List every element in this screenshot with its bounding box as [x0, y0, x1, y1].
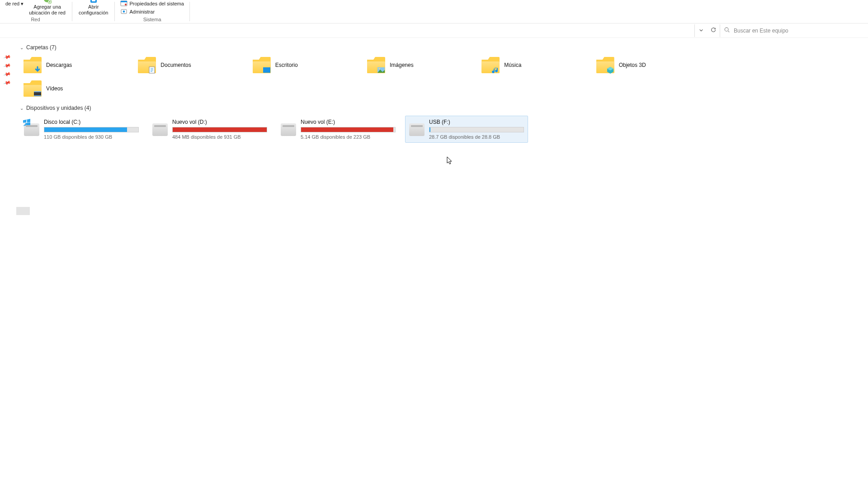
- history-dropdown-button[interactable]: [694, 24, 707, 37]
- drive-item[interactable]: USB (F:)28.7 GB disponibles de 28.8 GB: [405, 116, 528, 143]
- ribbon-group-config: Abrir configuración: [73, 0, 113, 23]
- folder-item[interactable]: Música: [478, 53, 592, 77]
- folder-icon: [596, 57, 614, 73]
- folder-item[interactable]: Imágenes: [363, 53, 478, 77]
- picture-icon: [376, 66, 386, 74]
- drive-free-text: 110 GB disponibles de 930 GB: [44, 134, 139, 140]
- settings-icon: [89, 0, 98, 4]
- open-settings-button[interactable]: Abrir configuración: [76, 0, 111, 16]
- pin-icon[interactable]: 📌: [3, 61, 12, 70]
- drive-item[interactable]: Nuevo vol (D:)484 MB disponibles de 931 …: [148, 116, 271, 143]
- drive-icon: [281, 123, 296, 136]
- section-title: Carpetas (7): [26, 44, 57, 51]
- label: Abrir: [88, 4, 99, 10]
- svg-point-14: [378, 68, 380, 70]
- drives-grid: Disco local (C:)110 GB disponibles de 93…: [20, 116, 540, 143]
- label: Agregar una: [33, 4, 61, 10]
- manage-button[interactable]: Administrar: [118, 8, 156, 16]
- drive-free-text: 5.14 GB disponibles de 223 GB: [301, 134, 396, 140]
- search-input[interactable]: [734, 28, 861, 34]
- svg-rect-18: [34, 91, 41, 92]
- pin-icon[interactable]: 📌: [3, 70, 12, 78]
- content-area: ⌄ Carpetas (7) DescargasDocumentosEscrit…: [16, 40, 868, 488]
- folder-icon: [481, 57, 500, 73]
- quick-access-strip: 📌 📌 📌 📌: [0, 40, 14, 86]
- sidebar-stub: [16, 207, 30, 215]
- folder-label: Vídeos: [46, 85, 63, 92]
- drive-usage-bar: [301, 127, 396, 132]
- ribbon-group-label: [93, 17, 94, 22]
- drive-title: Nuevo vol (D:): [172, 119, 267, 125]
- chevron-down-icon: [699, 28, 703, 34]
- refresh-icon: [710, 27, 717, 34]
- folder-label: Objetos 3D: [619, 62, 646, 68]
- drive-icon: [24, 123, 39, 136]
- pin-icon[interactable]: 📌: [3, 53, 12, 61]
- drive-icon: [152, 123, 168, 136]
- folder-label: Música: [504, 62, 521, 68]
- label: de red ▾: [5, 1, 24, 7]
- drive-title: Disco local (C:): [44, 119, 139, 125]
- ribbon-group-sistema: Propiedades del sistema Administrar Sist…: [116, 0, 188, 23]
- label: configuración: [79, 10, 108, 16]
- drive-title: Nuevo vol (E:): [301, 119, 396, 125]
- label: ubicación de red: [29, 10, 66, 16]
- separator: [72, 2, 72, 21]
- search-box[interactable]: [720, 24, 864, 37]
- manage-icon: [120, 8, 127, 15]
- drive-free-text: 484 MB disponibles de 931 GB: [172, 134, 267, 140]
- music-icon: [491, 66, 500, 74]
- refresh-button[interactable]: [707, 24, 720, 37]
- section-title: Dispositivos y unidades (4): [26, 105, 91, 111]
- separator: [189, 2, 190, 21]
- folder-icon: [24, 57, 42, 73]
- svg-rect-19: [34, 95, 41, 96]
- folder-icon: [138, 57, 156, 73]
- svg-point-6: [125, 4, 127, 5]
- drive-free-text: 28.7 GB disponibles de 28.8 GB: [429, 134, 524, 140]
- cursor-icon: [447, 156, 453, 165]
- folders-section-header[interactable]: ⌄ Carpetas (7): [20, 42, 864, 53]
- folder-item[interactable]: Escritorio: [249, 53, 363, 77]
- folder-label: Imágenes: [390, 62, 414, 68]
- svg-point-8: [123, 10, 125, 12]
- drive-item[interactable]: Disco local (C:)110 GB disponibles de 93…: [20, 116, 143, 143]
- drive-usage-bar: [172, 127, 267, 132]
- folder-label: Documentos: [160, 62, 191, 68]
- drive-item[interactable]: Nuevo vol (E:)5.14 GB disponibles de 223…: [277, 116, 400, 143]
- svg-rect-11: [263, 67, 270, 73]
- system-properties-button[interactable]: Propiedades del sistema: [118, 0, 185, 8]
- drive-title: USB (F:): [429, 119, 524, 125]
- ribbon-group-label: Red: [31, 17, 40, 22]
- drive-icon: [409, 123, 425, 136]
- cube-icon: [605, 66, 615, 74]
- folder-label: Escritorio: [275, 62, 298, 68]
- address-toolbar: [0, 23, 868, 38]
- chevron-down-icon: ⌄: [20, 45, 24, 50]
- svg-point-9: [725, 28, 728, 31]
- add-network-location-button[interactable]: Agregar una ubicación de red: [26, 0, 68, 16]
- folder-item[interactable]: Vídeos: [20, 77, 134, 100]
- drive-usage-bar: [429, 127, 524, 132]
- separator: [114, 2, 115, 21]
- drive-usage-bar: [44, 127, 139, 132]
- svg-rect-3: [92, 0, 95, 1]
- ribbon-group-label: Sistema: [143, 17, 161, 22]
- folder-icon: [253, 57, 271, 73]
- ribbon: ctar a de red ▾ Agregar una ubicación de…: [0, 0, 868, 23]
- connect-network-button[interactable]: ctar a de red ▾: [3, 0, 26, 7]
- folders-grid: DescargasDocumentosEscritorioImágenesMús…: [20, 53, 707, 100]
- chevron-down-icon: ⌄: [20, 106, 24, 111]
- folder-item[interactable]: Objetos 3D: [593, 53, 707, 77]
- folder-icon: [24, 80, 42, 97]
- ribbon-group-red: ctar a de red ▾ Agregar una ubicación de…: [0, 0, 71, 23]
- svg-rect-5: [121, 1, 127, 2]
- globe-plus-icon: [43, 0, 52, 4]
- drives-section-header[interactable]: ⌄ Dispositivos y unidades (4): [20, 102, 864, 114]
- search-icon: [724, 27, 730, 34]
- pin-icon[interactable]: 📌: [3, 79, 12, 87]
- folder-icon: [367, 57, 385, 73]
- folder-item[interactable]: Descargas: [20, 53, 134, 77]
- label: Propiedades del sistema: [129, 1, 184, 6]
- folder-item[interactable]: Documentos: [134, 53, 249, 77]
